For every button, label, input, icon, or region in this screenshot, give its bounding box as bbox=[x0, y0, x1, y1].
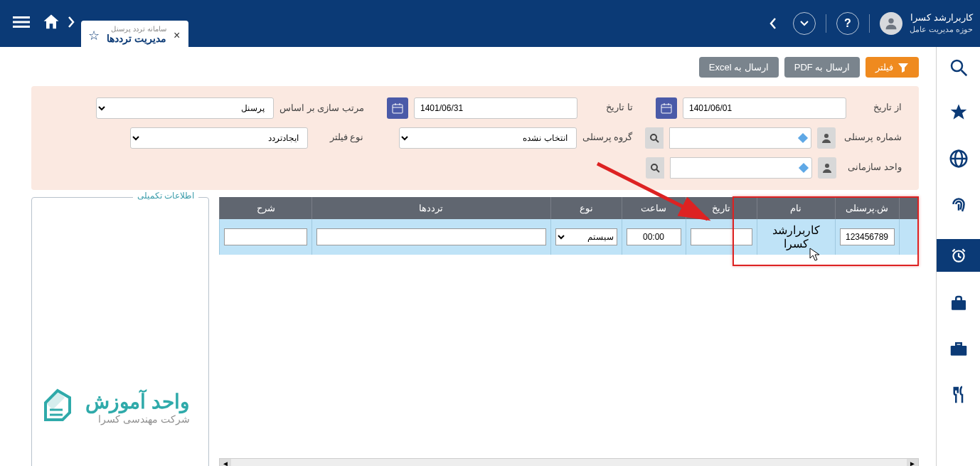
favorite-icon[interactable] bbox=[948, 102, 969, 127]
svg-rect-17 bbox=[393, 105, 403, 113]
search-icon[interactable] bbox=[948, 57, 969, 81]
svg-rect-11 bbox=[950, 346, 966, 356]
svg-point-0 bbox=[888, 18, 893, 23]
top-right-cluster: × سامانه تردد پرسنل مدیریت ترددها ☆ bbox=[7, 11, 188, 37]
svg-rect-3 bbox=[13, 26, 30, 28]
attendance-table: ش.پرسنلی نام تاریخ ساعت نوع ترددها شرح ک… bbox=[219, 197, 919, 255]
cell-type[interactable]: سیستم bbox=[555, 228, 617, 245]
personnel-no-input[interactable] bbox=[669, 127, 811, 149]
export-excel-button[interactable]: ارسال به Excel bbox=[699, 57, 779, 78]
dropdown-button[interactable] bbox=[793, 12, 816, 35]
watermark-title: واحد آموزش bbox=[85, 390, 190, 413]
to-date-label: تا تاریخ bbox=[583, 97, 633, 112]
home-icon[interactable] bbox=[41, 12, 61, 35]
filter-type-select[interactable]: ایجادتردد bbox=[130, 127, 308, 149]
tab-title: مدیریت ترددها bbox=[107, 33, 166, 44]
svg-line-26 bbox=[656, 169, 659, 172]
side-rail bbox=[936, 47, 980, 466]
cutlery-icon[interactable] bbox=[948, 384, 969, 408]
close-icon[interactable]: × bbox=[174, 29, 180, 42]
svg-point-24 bbox=[825, 164, 829, 168]
top-bar: کاربرارشد کسرا حوزه مدیریت عامل ? × ساما… bbox=[0, 0, 980, 47]
sort-label: مرتب سازی بر اساس bbox=[279, 97, 364, 115]
from-date-label: از تاریخ bbox=[852, 97, 902, 112]
col-name: نام bbox=[757, 197, 835, 219]
h-scrollbar[interactable]: ◄► bbox=[219, 458, 919, 466]
to-date-input[interactable] bbox=[414, 97, 577, 119]
top-left-cluster: کاربرارشد کسرا حوزه مدیریت عامل ? bbox=[763, 12, 973, 35]
info-panel-legend: اطلاعات تکمیلی bbox=[133, 191, 198, 201]
person-icon[interactable] bbox=[817, 127, 836, 149]
user-role: حوزه مدیریت عامل bbox=[910, 24, 973, 34]
col-attendances: ترددها bbox=[312, 197, 551, 219]
svg-line-5 bbox=[961, 70, 966, 76]
fingerprint-icon[interactable] bbox=[948, 194, 969, 218]
scroll-right-icon[interactable]: ► bbox=[907, 459, 918, 466]
diamond-icon bbox=[799, 163, 809, 173]
svg-rect-10 bbox=[952, 300, 966, 310]
col-type: نوع bbox=[550, 197, 622, 219]
svg-rect-1 bbox=[13, 16, 30, 18]
col-date: تاریخ bbox=[686, 197, 757, 219]
cell-pid[interactable] bbox=[840, 228, 895, 245]
suitcase-icon[interactable] bbox=[948, 293, 969, 317]
filter-type-label: نوع فیلتر bbox=[314, 127, 363, 142]
menu-icon[interactable] bbox=[13, 14, 30, 33]
personnel-group-select[interactable]: انتخاب نشده bbox=[399, 127, 577, 149]
svg-rect-13 bbox=[661, 105, 671, 113]
toolbar: فیلتر ارسال به PDF ارسال به Excel bbox=[31, 57, 919, 78]
calendar-icon[interactable] bbox=[387, 97, 408, 119]
from-date-input[interactable] bbox=[683, 97, 846, 119]
avatar-icon[interactable] bbox=[880, 12, 902, 35]
col-desc: شرح bbox=[220, 197, 312, 219]
col-pid: ش.پرسنلی bbox=[835, 197, 899, 219]
filter-button[interactable]: فیلتر bbox=[866, 57, 919, 78]
star-icon[interactable]: ☆ bbox=[88, 28, 100, 43]
svg-line-23 bbox=[656, 139, 659, 142]
col-time: ساعت bbox=[622, 197, 686, 219]
org-unit-label: واحد سازمانی bbox=[845, 157, 902, 172]
calendar-icon[interactable] bbox=[656, 97, 677, 119]
briefcase-icon[interactable] bbox=[948, 339, 969, 363]
personnel-group-label: گروه پرسنلی bbox=[582, 127, 633, 142]
svg-point-21 bbox=[824, 134, 829, 138]
watermark-sub: شرکت مهندسی کسرا bbox=[85, 413, 190, 425]
pencil-icon bbox=[38, 388, 77, 426]
cell-time[interactable] bbox=[627, 228, 681, 245]
tab-subtitle: سامانه تردد پرسنل bbox=[107, 25, 166, 33]
svg-point-25 bbox=[651, 164, 657, 170]
clock-icon[interactable] bbox=[937, 239, 981, 272]
svg-point-22 bbox=[651, 134, 656, 140]
help-button[interactable]: ? bbox=[836, 12, 859, 35]
user-block: کاربرارشد کسرا حوزه مدیریت عامل bbox=[880, 12, 973, 35]
cursor-icon bbox=[809, 248, 821, 262]
cell-attendances[interactable] bbox=[316, 228, 546, 245]
person-icon[interactable] bbox=[818, 157, 836, 179]
scroll-left-icon[interactable]: ◄ bbox=[220, 459, 231, 466]
sort-select[interactable]: پرسنل bbox=[96, 97, 274, 119]
cell-desc[interactable] bbox=[224, 228, 307, 245]
watermark: واحد آموزش شرکت مهندسی کسرا bbox=[38, 388, 190, 426]
filter-label: فیلتر bbox=[875, 62, 893, 73]
search-icon[interactable] bbox=[645, 127, 664, 149]
globe-icon[interactable] bbox=[948, 148, 969, 172]
cell-date[interactable] bbox=[691, 228, 752, 245]
cell-name: کاربرارشد کسرا bbox=[772, 224, 820, 250]
personnel-no-label: شماره پرسنلی bbox=[844, 127, 902, 142]
svg-point-4 bbox=[952, 60, 962, 71]
svg-rect-2 bbox=[13, 21, 30, 23]
export-pdf-button[interactable]: ارسال به PDF bbox=[784, 57, 860, 78]
user-name: کاربرارشد کسرا bbox=[910, 12, 973, 24]
back-button[interactable] bbox=[763, 14, 783, 33]
search-icon[interactable] bbox=[646, 157, 664, 179]
svg-rect-12 bbox=[956, 343, 962, 346]
org-unit-input[interactable] bbox=[670, 157, 812, 179]
table-wrap: ش.پرسنلی نام تاریخ ساعت نوع ترددها شرح ک… bbox=[219, 197, 919, 466]
diamond-icon bbox=[798, 133, 808, 143]
next-tab-button[interactable] bbox=[67, 16, 75, 32]
filter-panel: از تاریخ تا تاریخ مرتب سازی بر اساس پرسن… bbox=[31, 86, 919, 190]
active-tab[interactable]: × سامانه تردد پرسنل مدیریت ترددها ☆ bbox=[81, 21, 188, 47]
